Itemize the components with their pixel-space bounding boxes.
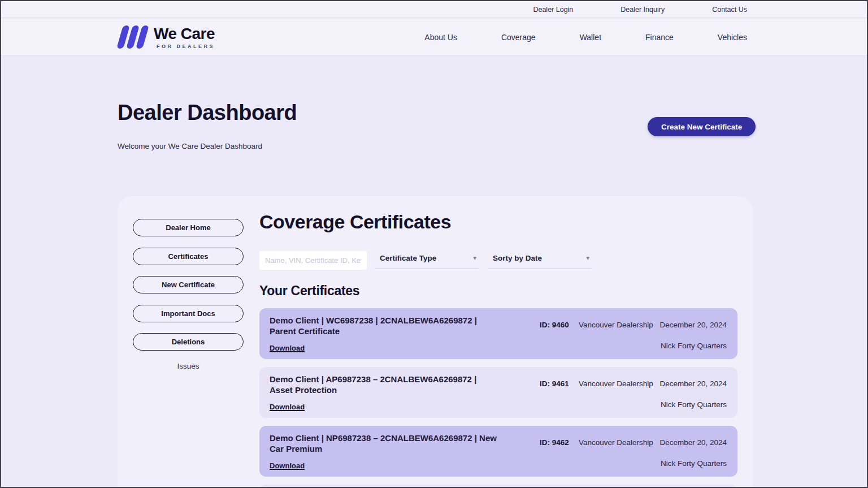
page-title: Dealer Dashboard (118, 101, 297, 125)
create-new-certificate-button[interactable]: Create New Certificate (648, 117, 756, 136)
nav-finance[interactable]: Finance (645, 33, 674, 42)
sidebar-item-issues[interactable]: Issues (133, 362, 244, 370)
brand-tagline: FOR DEALERS (157, 44, 215, 49)
certificate-type-select[interactable]: Certificate Type ▾ (375, 254, 479, 269)
list-title: Your Certificates (259, 283, 359, 299)
certificate-date: December 20, 2024 (659, 321, 727, 329)
nav-vehicles[interactable]: Vehicles (718, 33, 747, 42)
topbar-link-dealer-login[interactable]: Dealer Login (533, 6, 573, 14)
certificate-agent: Nick Forty Quarters (661, 400, 727, 409)
brand-logo[interactable]: We Care FOR DEALERS (120, 25, 215, 49)
certificate-agent: Nick Forty Quarters (661, 459, 727, 468)
certificate-date: December 20, 2024 (659, 438, 727, 447)
topbar-link-dealer-inquiry[interactable]: Dealer Inquiry (620, 6, 665, 14)
nav-about-us[interactable]: About Us (424, 33, 457, 42)
header: We Care FOR DEALERS About Us Coverage Wa… (1, 19, 867, 56)
certificate-title: Demo Client | NP6987238 – 2CNALBEW6A6269… (270, 433, 501, 454)
page-subtitle: Welcome your We Care Dealer Dashboard (118, 142, 262, 150)
certificate-card: Demo Client | NP6987238 – 2CNALBEW6A6269… (259, 426, 737, 477)
nav-wallet[interactable]: Wallet (580, 33, 601, 42)
certificate-date: December 20, 2024 (659, 379, 727, 388)
certificate-dealership: Vancouver Dealership (579, 321, 653, 329)
certificate-dealership: Vancouver Dealership (579, 379, 653, 388)
certificate-type-label: Certificate Type (380, 254, 436, 262)
sort-by-date-select[interactable]: Sorty by Date ▾ (488, 254, 592, 269)
page: Dealer Login Dealer Inquiry Contact Us W… (0, 0, 868, 488)
certificate-title: Demo Client | AP6987238 – 2CNALBEW6A6269… (270, 374, 501, 395)
certificate-agent: Nick Forty Quarters (661, 342, 727, 350)
brand-text: We Care FOR DEALERS (154, 25, 215, 49)
sidebar-item-dealer-home[interactable]: Dealer Home (133, 219, 244, 236)
sort-by-date-label: Sorty by Date (493, 254, 542, 262)
certificate-card (259, 485, 737, 488)
certificate-dealership: Vancouver Dealership (579, 438, 653, 447)
main-nav: About Us Coverage Wallet Finance Vehicle… (424, 33, 867, 42)
sidebar-item-certificates[interactable]: Certificates (133, 248, 244, 265)
certificate-card: Demo Client | WC6987238 | 2CNALBEW6A6269… (259, 308, 737, 359)
topbar: Dealer Login Dealer Inquiry Contact Us (1, 1, 867, 18)
chevron-down-icon: ▾ (586, 255, 589, 261)
brand-name: We Care (154, 25, 215, 42)
nav-coverage[interactable]: Coverage (501, 33, 536, 42)
topbar-link-contact-us[interactable]: Contact Us (712, 6, 747, 14)
download-link[interactable]: Download (270, 403, 305, 411)
section-title: Coverage Certificates (259, 211, 451, 233)
search-input[interactable] (259, 251, 367, 270)
brand-logo-icon (116, 25, 149, 49)
download-link[interactable]: Download (270, 461, 305, 470)
sidebar-item-important-docs[interactable]: Important Docs (133, 305, 244, 322)
dashboard-panel: Dealer Home Certificates New Certificate… (118, 196, 753, 488)
sidebar: Dealer Home Certificates New Certificate… (133, 219, 244, 370)
certificate-card: Demo Client | AP6987238 – 2CNALBEW6A6269… (259, 367, 737, 418)
certificate-id: ID: 9461 (540, 379, 569, 388)
sidebar-item-new-certificate[interactable]: New Certificate (133, 276, 244, 293)
certificate-title: Demo Client | WC6987238 | 2CNALBEW6A6269… (270, 315, 501, 336)
sidebar-item-deletions[interactable]: Deletions (133, 333, 244, 351)
certificate-list: Demo Client | WC6987238 | 2CNALBEW6A6269… (259, 308, 737, 488)
certificate-id: ID: 9462 (540, 438, 569, 447)
chevron-down-icon: ▾ (473, 255, 476, 261)
download-link[interactable]: Download (270, 344, 305, 352)
filter-row: Certificate Type ▾ Sorty by Date ▾ (259, 251, 737, 274)
certificate-id: ID: 9460 (540, 321, 569, 329)
